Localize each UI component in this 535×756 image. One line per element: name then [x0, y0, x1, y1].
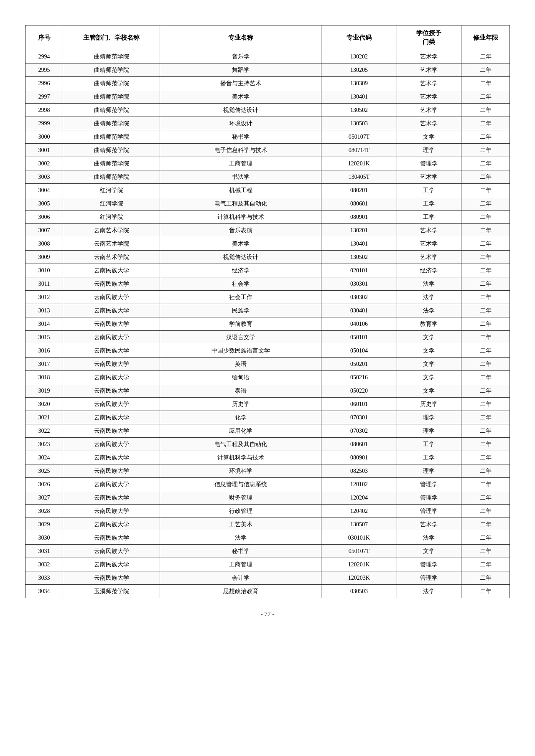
cell-dept: 云南民族大学 [63, 398, 160, 411]
cell-seq: 3016 [25, 344, 63, 358]
cell-seq: 3033 [25, 571, 63, 585]
cell-degree: 工学 [397, 197, 461, 211]
table-row: 3018云南民族大学缅甸语050216文学二年 [25, 371, 510, 384]
cell-code: 030302 [321, 291, 397, 304]
cell-years: 二年 [461, 117, 510, 130]
cell-code: 070301 [321, 411, 397, 424]
table-row: 3027云南民族大学财务管理120204管理学二年 [25, 491, 510, 505]
table-row: 3030云南民族大学法学030101K法学二年 [25, 531, 510, 545]
cell-dept: 云南民族大学 [63, 424, 160, 438]
cell-years: 二年 [461, 451, 510, 464]
cell-code: 130401 [321, 90, 397, 104]
cell-major: 美术学 [160, 237, 321, 251]
cell-years: 二年 [461, 50, 510, 63]
cell-major: 汉语言文学 [160, 331, 321, 344]
cell-code: 080714T [321, 144, 397, 157]
cell-seq: 3017 [25, 358, 63, 371]
cell-major: 应用化学 [160, 424, 321, 438]
cell-code: 120402 [321, 505, 397, 518]
table-row: 2999曲靖师范学院环境设计130503艺术学二年 [25, 117, 510, 130]
cell-degree: 文学 [397, 358, 461, 371]
cell-code: 020101 [321, 264, 397, 277]
cell-dept: 云南民族大学 [63, 478, 160, 491]
cell-seq: 3018 [25, 371, 63, 384]
cell-degree: 理学 [397, 464, 461, 478]
cell-code: 120201K [321, 558, 397, 571]
cell-major: 化学 [160, 411, 321, 424]
cell-major: 工商管理 [160, 157, 321, 170]
cell-dept: 云南民族大学 [63, 358, 160, 371]
cell-degree: 法学 [397, 277, 461, 291]
cell-code: 130405T [321, 170, 397, 184]
cell-major: 民族学 [160, 304, 321, 317]
cell-code: 050216 [321, 371, 397, 384]
cell-major: 泰语 [160, 384, 321, 398]
cell-years: 二年 [461, 585, 510, 598]
cell-degree: 工学 [397, 211, 461, 224]
cell-major: 舞蹈学 [160, 63, 321, 77]
cell-degree: 管理学 [397, 558, 461, 571]
cell-seq: 3004 [25, 184, 63, 197]
cell-degree: 管理学 [397, 157, 461, 170]
cell-dept: 云南民族大学 [63, 331, 160, 344]
cell-major: 信息管理与信息系统 [160, 478, 321, 491]
cell-code: 120201K [321, 157, 397, 170]
table-row: 3020云南民族大学历史学060101历史学二年 [25, 398, 510, 411]
cell-code: 130205 [321, 63, 397, 77]
table-row: 2995曲靖师范学院舞蹈学130205艺术学二年 [25, 63, 510, 77]
cell-seq: 2994 [25, 50, 63, 63]
cell-years: 二年 [461, 211, 510, 224]
cell-years: 二年 [461, 104, 510, 117]
cell-major: 工商管理 [160, 558, 321, 571]
cell-seq: 3034 [25, 585, 63, 598]
cell-seq: 3032 [25, 558, 63, 571]
table-row: 3029云南民族大学工艺美术130507艺术学二年 [25, 518, 510, 531]
cell-years: 二年 [461, 304, 510, 317]
cell-major: 行政管理 [160, 505, 321, 518]
table-header-row: 序号 主管部门、学校名称 专业名称 专业代码 学位授予 门类 修业年限 [25, 25, 510, 50]
cell-seq: 3009 [25, 251, 63, 264]
cell-code: 030101K [321, 531, 397, 545]
cell-seq: 3021 [25, 411, 63, 424]
table-row: 3034玉溪师范学院思想政治教育030503法学二年 [25, 585, 510, 598]
cell-code: 130503 [321, 117, 397, 130]
cell-dept: 云南民族大学 [63, 371, 160, 384]
table-row: 2997曲靖师范学院美术学130401艺术学二年 [25, 90, 510, 104]
table-row: 3010云南民族大学经济学020101经济学二年 [25, 264, 510, 277]
table-row: 3021云南民族大学化学070301理学二年 [25, 411, 510, 424]
cell-degree: 理学 [397, 144, 461, 157]
cell-years: 二年 [461, 531, 510, 545]
cell-seq: 3007 [25, 224, 63, 237]
cell-degree: 管理学 [397, 491, 461, 505]
cell-seq: 3005 [25, 197, 63, 211]
cell-seq: 3006 [25, 211, 63, 224]
cell-code: 130401 [321, 237, 397, 251]
cell-seq: 3019 [25, 384, 63, 398]
cell-years: 二年 [461, 491, 510, 505]
cell-seq: 3011 [25, 277, 63, 291]
cell-years: 二年 [461, 264, 510, 277]
cell-code: 080601 [321, 438, 397, 451]
cell-seq: 3027 [25, 491, 63, 505]
cell-years: 二年 [461, 398, 510, 411]
cell-dept: 曲靖师范学院 [63, 90, 160, 104]
cell-major: 计算机科学与技术 [160, 211, 321, 224]
cell-dept: 云南民族大学 [63, 558, 160, 571]
cell-years: 二年 [461, 184, 510, 197]
cell-years: 二年 [461, 371, 510, 384]
cell-dept: 云南民族大学 [63, 411, 160, 424]
cell-dept: 曲靖师范学院 [63, 144, 160, 157]
cell-dept: 云南民族大学 [63, 451, 160, 464]
cell-degree: 管理学 [397, 505, 461, 518]
cell-dept: 云南民族大学 [63, 384, 160, 398]
cell-seq: 2996 [25, 77, 63, 90]
cell-years: 二年 [461, 571, 510, 585]
cell-years: 二年 [461, 77, 510, 90]
cell-code: 050220 [321, 384, 397, 398]
cell-major: 电气工程及其自动化 [160, 438, 321, 451]
cell-major: 电子信息科学与技术 [160, 144, 321, 157]
cell-degree: 艺术学 [397, 104, 461, 117]
table-row: 2994曲靖师范学院音乐学130202艺术学二年 [25, 50, 510, 63]
cell-dept: 云南艺术学院 [63, 224, 160, 237]
cell-code: 080201 [321, 184, 397, 197]
